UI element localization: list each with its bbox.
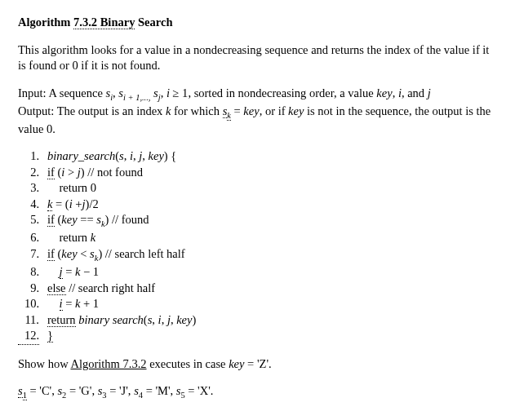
l11-i: i <box>158 313 162 326</box>
line-8: 8. j = k − 1 <box>18 264 497 281</box>
l11-j: j <box>167 313 171 326</box>
output-label: Output: <box>18 104 57 117</box>
l1c: ) { <box>164 149 176 162</box>
l8b: − 1 <box>80 265 99 278</box>
var-sip1-sub: i + 1,..., <box>123 93 150 102</box>
l6: return <box>47 231 91 244</box>
l12: } <box>47 329 53 343</box>
output-a: The output is an index <box>57 104 166 117</box>
s4v: = 'M', <box>143 384 176 397</box>
algorithm-link: Algorithm 7.3.2 <box>70 357 146 370</box>
l10a: = <box>63 297 75 310</box>
input-text-b: , sorted in nondecreasing order, a value <box>188 86 376 99</box>
output-c: , or if <box>260 104 288 117</box>
ge1: ≥ 1 <box>170 86 188 99</box>
var-key1: key <box>376 86 392 99</box>
line-2: 2.if (i > j) // not found <box>18 165 497 181</box>
var-key2: key <box>243 104 259 117</box>
kw-if: if <box>47 166 55 179</box>
title-suffix: Search <box>135 15 172 29</box>
kw-else: else <box>47 281 66 295</box>
l2c: ) // not found <box>81 166 143 179</box>
line-9: 9.else // search right half <box>18 281 497 297</box>
l3: return 0 <box>47 181 96 194</box>
s5v: = 'X'. <box>185 384 214 397</box>
l4a: = ( <box>52 197 69 210</box>
l10b: + 1 <box>80 297 99 310</box>
show-key: key <box>229 357 244 370</box>
line-12: 12.} <box>18 328 497 345</box>
p-s: s <box>119 149 124 162</box>
l9b: // search right half <box>66 281 156 294</box>
l11d: ) <box>192 313 196 326</box>
exercise-prompt: Show how Algorithm 7.3.2 executes in cas… <box>18 356 497 373</box>
l7-key: key <box>61 247 77 260</box>
kw-if5: if <box>47 213 55 227</box>
l8a: = <box>63 265 75 278</box>
l5d: ) // found <box>105 213 149 226</box>
l2-gt: > <box>64 166 77 179</box>
l11-s: s <box>148 313 153 326</box>
var-j1: j <box>428 86 431 99</box>
input-text-c: , and <box>402 86 428 99</box>
line-10: 10. i = k + 1 <box>18 296 497 312</box>
kw-return: return <box>47 313 76 327</box>
line-11: 11.return binary search(s, i, j, key) <box>18 312 497 329</box>
var-key3: key <box>288 104 304 117</box>
l11-key: key <box>176 313 192 326</box>
fn-name: binary_search <box>47 149 115 162</box>
l7c: < <box>78 247 90 260</box>
pseudocode: 1.binary_search(s, i, j, key) { 2.if (i … <box>18 148 497 345</box>
l5c: == <box>78 213 97 226</box>
s1v: = 'C', <box>27 384 58 397</box>
show-a: Show how <box>18 357 70 370</box>
l6-k: k <box>91 231 95 244</box>
title-prefix: Algorithm <box>18 15 73 29</box>
line-5: 5.if (key == sk) // found <box>18 212 497 230</box>
description: This algorithm looks for a value in a no… <box>18 42 497 74</box>
line-4: 4.k = (i +j)/2 <box>18 197 497 213</box>
p-j: j <box>139 149 142 162</box>
title-number: 7.3.2 Binary <box>73 15 135 29</box>
line-3: 3. return 0 <box>18 180 497 197</box>
line-1: 1.binary_search(s, i, j, key) { <box>18 148 497 165</box>
kw-if7: if <box>47 247 55 261</box>
line-7: 7.if (key < sk) // search left half <box>18 246 497 264</box>
output-b: for which <box>171 104 222 117</box>
input-output: Input: A sequence si, si + 1,..., sj, i … <box>18 86 497 138</box>
s3v: = 'J', <box>107 384 135 397</box>
assignments: s1 = 'C', s2 = 'G', s3 = 'J', s4 = 'M', … <box>18 383 497 401</box>
p-i: i <box>130 149 133 162</box>
l7d: ) // search left half <box>98 247 184 260</box>
l11b: binary search <box>76 313 144 326</box>
s2v: = 'G', <box>66 384 97 397</box>
input-text-a: A sequence <box>48 86 105 99</box>
line-6: 6. return k <box>18 230 497 246</box>
comma2: , <box>393 86 398 99</box>
var-sj-sub: j <box>158 93 161 102</box>
l4b: )/2 <box>86 197 99 210</box>
s1l: s <box>18 384 23 398</box>
l4-i: i <box>69 197 73 210</box>
show-c: = 'Z'. <box>244 357 271 370</box>
eq1: = <box>231 104 243 117</box>
algorithm-title: Algorithm 7.3.2 Binary Search <box>18 15 497 31</box>
show-b: executes in case <box>147 357 229 370</box>
p-key: key <box>149 149 164 162</box>
l5-key: key <box>61 213 77 226</box>
input-label: Input: <box>18 86 48 99</box>
